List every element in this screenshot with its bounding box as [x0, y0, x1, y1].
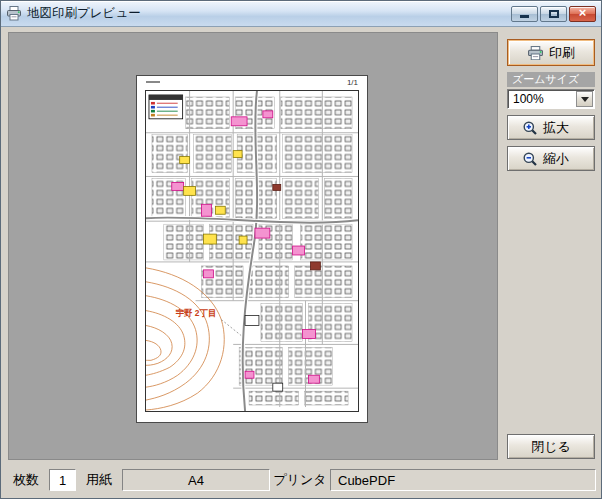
map-legend: [149, 95, 183, 119]
map-print-preview-window: 地図印刷プレビュー × 1/1: [0, 0, 602, 499]
titlebar[interactable]: 地図印刷プレビュー ×: [1, 1, 601, 27]
minimize-button[interactable]: [511, 6, 538, 22]
sheets-label: 枚数: [6, 469, 46, 491]
chevron-down-icon: [581, 97, 589, 102]
page-number: 1/1: [347, 78, 358, 87]
map-district-label: 宇野 2丁目: [176, 308, 217, 318]
paper-value: A4: [122, 469, 270, 491]
window-title: 地図印刷プレビュー: [27, 5, 141, 22]
sheets-value: 1: [49, 469, 76, 491]
close-dialog-label: 閉じる: [531, 438, 571, 456]
page-corner-mark: [146, 81, 160, 83]
zoom-out-label: 縮小: [543, 150, 569, 168]
zoom-combobox-value: 100%: [513, 92, 544, 106]
print-button-label: 印刷: [549, 44, 575, 62]
zoom-in-label: 拡大: [543, 119, 569, 137]
zoom-out-button[interactable]: 縮小: [507, 146, 595, 171]
window-controls: ×: [511, 6, 596, 22]
maximize-button[interactable]: [540, 6, 567, 22]
zoom-combobox[interactable]: 100%: [507, 89, 595, 109]
close-dialog-button[interactable]: 閉じる: [507, 434, 595, 459]
magnifier-minus-icon: [522, 151, 538, 167]
zoom-in-button[interactable]: 拡大: [507, 115, 595, 140]
control-panel: 印刷 ズームサイズ 100% 拡大: [503, 32, 599, 460]
map-preview: 宇野 2丁目: [146, 91, 358, 411]
print-button-printer-icon: [527, 46, 544, 60]
printer-value: CubePDF: [330, 469, 596, 491]
printer-icon: [6, 6, 22, 21]
map-frame: 宇野 2丁目: [145, 90, 359, 412]
close-button[interactable]: ×: [569, 6, 596, 22]
paper-label: 用紙: [79, 469, 119, 491]
preview-area: 1/1: [8, 32, 498, 460]
preview-page: 1/1: [136, 75, 368, 423]
print-button[interactable]: 印刷: [507, 39, 595, 66]
status-bar: 枚数 1 用紙 A4 プリンタ CubePDF: [4, 465, 598, 495]
zoom-size-label: ズームサイズ: [507, 72, 595, 87]
printer-label: プリンタ: [273, 469, 327, 491]
magnifier-plus-icon: [522, 120, 538, 136]
zoom-combobox-dropdown-button[interactable]: [576, 91, 593, 107]
